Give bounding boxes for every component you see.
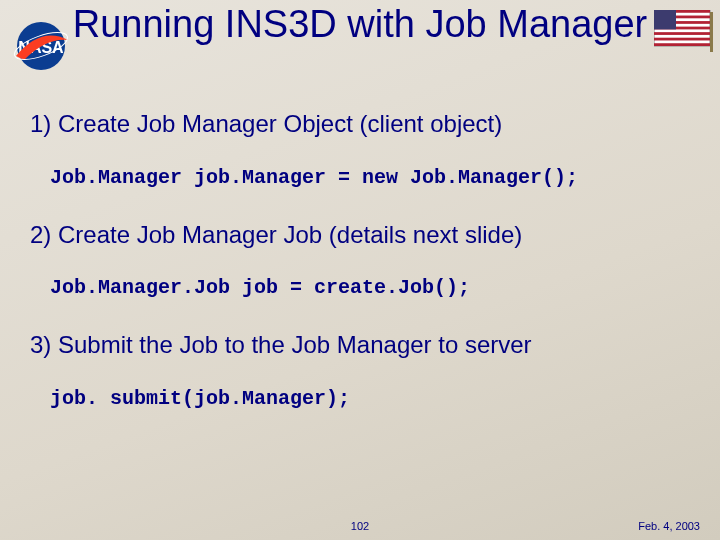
footer-date: Feb. 4, 2003 [638, 520, 700, 532]
step-2-code: Job.Manager.Job job = create.Job(); [50, 276, 690, 299]
step-2-text: 2) Create Job Manager Job (details next … [30, 221, 690, 249]
slide-body: 1) Create Job Manager Object (client obj… [30, 110, 690, 442]
step-3-text: 3) Submit the Job to the Job Manager to … [30, 331, 690, 359]
slide-title: Running INS3D with Job Manager [0, 0, 720, 46]
slide: NASA Running INS3D with Job Manager 1) C… [0, 0, 720, 540]
step-1-text: 1) Create Job Manager Object (client obj… [30, 110, 690, 138]
page-number: 102 [0, 520, 720, 532]
step-3-code: job. submit(job.Manager); [50, 387, 690, 410]
step-1-code: Job.Manager job.Manager = new Job.Manage… [50, 166, 690, 189]
